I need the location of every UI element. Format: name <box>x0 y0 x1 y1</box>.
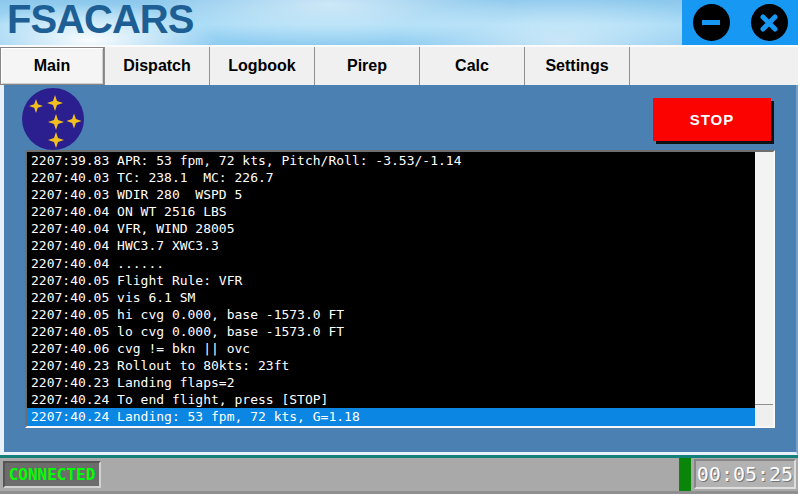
app-title: FSACARS <box>7 0 193 42</box>
minimize-button[interactable] <box>693 4 730 41</box>
tab-dispatch[interactable]: Dispatch <box>105 47 210 85</box>
log-line[interactable]: 2207:40.04 ON WT 2516 LBS <box>27 203 755 220</box>
tab-settings[interactable]: Settings <box>525 47 630 85</box>
log-line[interactable]: 2207:40.23 Landing flaps=2 <box>27 374 755 391</box>
tab-label: Settings <box>545 57 608 75</box>
fsacars-logo-icon <box>22 88 84 150</box>
log-line[interactable]: 2207:39.83 APR: 53 fpm, 72 kts, Pitch/Ro… <box>27 152 755 169</box>
titlebar[interactable]: FSACARS <box>0 0 798 45</box>
tab-bar: Main Dispatch Logbook Pirep Calc Setting… <box>0 45 798 85</box>
flight-log-lines: 2207:39.83 APR: 53 fpm, 72 kts, Pitch/Ro… <box>27 152 755 426</box>
log-line[interactable]: 2207:40.23 Rollout to 80kts: 23ft <box>27 357 755 374</box>
log-line[interactable]: 2207:40.03 TC: 238.1 MC: 226.7 <box>27 169 755 186</box>
log-line[interactable]: 2207:40.05 lo cvg 0.000, base -1573.0 FT <box>27 323 755 340</box>
log-scrollbar-thumb[interactable] <box>755 152 773 405</box>
window-controls <box>682 0 798 45</box>
tab-label: Calc <box>455 57 489 75</box>
log-line[interactable]: 2207:40.04 HWC3.7 XWC3.3 <box>27 237 755 254</box>
log-line-selected[interactable]: 2207:40.24 Landing: 53 fpm, 72 kts, G=1.… <box>27 408 755 425</box>
tab-main[interactable]: Main <box>0 47 105 85</box>
close-icon <box>760 14 778 32</box>
tab-logbook[interactable]: Logbook <box>210 47 315 85</box>
log-line[interactable]: 2207:40.04 ...... <box>27 255 755 272</box>
log-line[interactable]: 2207:40.06 cvg != bkn || ovc <box>27 340 755 357</box>
tab-label: Main <box>34 57 70 75</box>
tab-label: Dispatch <box>123 57 191 75</box>
stop-button[interactable]: STOP <box>653 98 771 141</box>
log-line[interactable]: 2207:40.04 VFR, WIND 28005 <box>27 220 755 237</box>
log-line[interactable]: 2207:40.05 vis 6.1 SM <box>27 289 755 306</box>
tab-label: Logbook <box>228 57 296 75</box>
log-line[interactable]: 2207:40.05 Flight Rule: VFR <box>27 272 755 289</box>
log-line[interactable]: 2207:40.24 To end flight, press [STOP] <box>27 391 755 408</box>
log-line[interactable]: 2207:40.03 WDIR 280 WSPD 5 <box>27 186 755 203</box>
tab-pirep[interactable]: Pirep <box>315 47 420 85</box>
connection-indicator <box>679 458 691 494</box>
tab-label: Pirep <box>347 57 387 75</box>
close-button[interactable] <box>751 4 788 41</box>
connection-status-badge: CONNECTED <box>3 461 101 488</box>
flight-timer: 00:05:25 <box>694 459 796 489</box>
flight-log[interactable]: 2207:39.83 APR: 53 fpm, 72 kts, Pitch/Ro… <box>25 150 775 428</box>
tab-bar-filler <box>630 47 798 85</box>
minimize-icon <box>702 20 720 25</box>
log-scrollbar[interactable] <box>755 152 773 426</box>
tab-calc[interactable]: Calc <box>420 47 525 85</box>
log-line[interactable]: 2207:40.05 hi cvg 0.000, base -1573.0 FT <box>27 306 755 323</box>
